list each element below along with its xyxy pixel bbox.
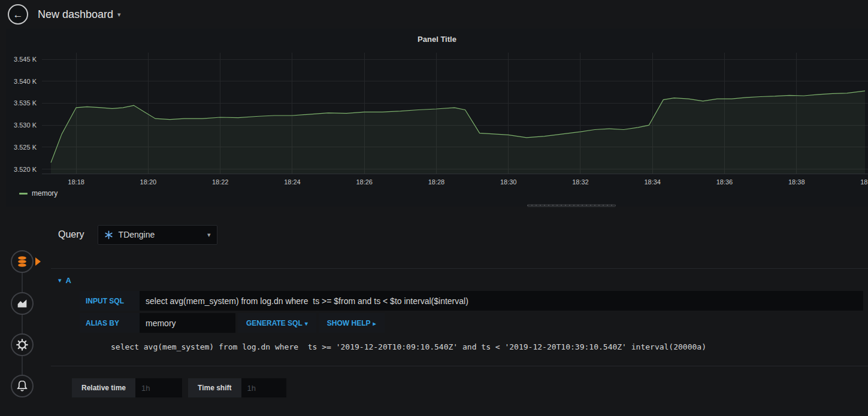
dashboard-title-caret-icon[interactable]: ▾ <box>117 11 121 19</box>
top-nav: ← New dashboard ▾ <box>0 0 868 29</box>
panel-resize-handle[interactable] <box>527 204 616 207</box>
time-options-row: Relative time Time shift <box>72 378 868 397</box>
alias-by-row: ALIAS BY GENERATE SQL▾ SHOW HELP▸ <box>80 313 868 333</box>
tdengine-datasource-icon <box>104 230 113 239</box>
legend-item-memory[interactable]: memory <box>19 189 58 198</box>
query-editor: INPUT SQL ALIAS BY GENERATE SQL▾ SHOW HE… <box>80 291 868 351</box>
svg-text:18:30: 18:30 <box>500 178 517 186</box>
datasource-name: TDengine <box>119 230 207 239</box>
svg-text:18:32: 18:32 <box>572 178 589 186</box>
back-arrow-icon: ← <box>13 10 23 20</box>
svg-text:3.540 K: 3.540 K <box>14 78 37 85</box>
svg-text:18:18: 18:18 <box>68 178 84 186</box>
time-series-chart[interactable]: 3.545 K3.540 K3.535 K3.530 K3.525 K3.520… <box>6 48 868 189</box>
query-ref-row[interactable]: ▾ A <box>51 268 868 285</box>
relative-time-label: Relative time <box>72 378 135 397</box>
query-section: Query TDengine ▾ ▾ A <box>51 223 868 416</box>
database-icon <box>16 255 29 268</box>
time-shift-label: Time shift <box>188 378 241 397</box>
legend-series-swatch <box>19 193 28 195</box>
svg-text:18:26: 18:26 <box>356 178 373 186</box>
svg-text:3.520 K: 3.520 K <box>14 166 37 173</box>
input-sql-row: INPUT SQL <box>80 291 868 311</box>
tab-rail-connector <box>22 254 23 389</box>
show-help-button[interactable]: SHOW HELP▸ <box>319 313 385 333</box>
svg-text:18:24: 18:24 <box>284 178 301 186</box>
query-header: Query TDengine ▾ <box>51 223 868 247</box>
datasource-caret-icon: ▾ <box>207 231 211 239</box>
legend-series-label: memory <box>32 189 58 198</box>
input-sql-label: INPUT SQL <box>80 291 140 311</box>
datasource-select[interactable]: TDengine ▾ <box>98 225 217 245</box>
active-tab-arrow-icon <box>35 257 41 266</box>
tab-visualization[interactable] <box>11 292 34 315</box>
tab-general[interactable] <box>11 333 34 356</box>
area-chart-icon <box>16 297 29 310</box>
bell-icon <box>16 379 29 393</box>
input-sql-field[interactable] <box>140 291 863 311</box>
tab-alert[interactable] <box>11 375 34 397</box>
back-button[interactable]: ← <box>8 4 28 25</box>
svg-text:3.525 K: 3.525 K <box>14 144 37 151</box>
chart-panel: Panel Title 3.545 K3.540 K3.535 K3.530 K… <box>6 29 868 207</box>
grafana-app: ← New dashboard ▾ Panel Title 3.545 K3.5… <box>0 0 868 416</box>
tab-queries[interactable] <box>11 250 34 273</box>
svg-text:18:28: 18:28 <box>428 178 445 186</box>
dashboard-title[interactable]: New dashboard <box>38 8 113 21</box>
generate-sql-caret-icon: ▾ <box>305 320 308 327</box>
query-ref-letter: A <box>66 276 71 285</box>
show-help-label: SHOW HELP <box>327 319 371 327</box>
generate-sql-label: GENERATE SQL <box>246 319 303 327</box>
svg-text:18:36: 18:36 <box>716 178 733 186</box>
svg-text:3.530 K: 3.530 K <box>14 122 37 129</box>
gear-icon <box>16 338 29 351</box>
time-shift-input[interactable] <box>241 378 286 397</box>
svg-text:18:34: 18:34 <box>644 178 661 186</box>
svg-text:18:22: 18:22 <box>212 178 229 186</box>
generated-sql-preview: select avg(mem_system) from log.dn where… <box>111 342 868 351</box>
svg-text:18:20: 18:20 <box>140 178 157 186</box>
svg-text:18:38: 18:38 <box>788 178 805 186</box>
relative-time-input[interactable] <box>135 378 182 397</box>
svg-text:3.545 K: 3.545 K <box>14 56 37 63</box>
query-section-title: Query <box>58 229 84 240</box>
show-help-caret-icon: ▸ <box>373 320 376 327</box>
generate-sql-button[interactable]: GENERATE SQL▾ <box>238 313 316 333</box>
collapse-caret-icon: ▾ <box>58 277 62 284</box>
svg-text:3.535 K: 3.535 K <box>14 99 37 107</box>
svg-text:18:40: 18:40 <box>860 178 868 186</box>
panel-title[interactable]: Panel Title <box>6 29 868 44</box>
section-divider <box>51 366 868 366</box>
alias-by-field[interactable] <box>140 313 235 333</box>
alias-by-label: ALIAS BY <box>80 313 140 333</box>
